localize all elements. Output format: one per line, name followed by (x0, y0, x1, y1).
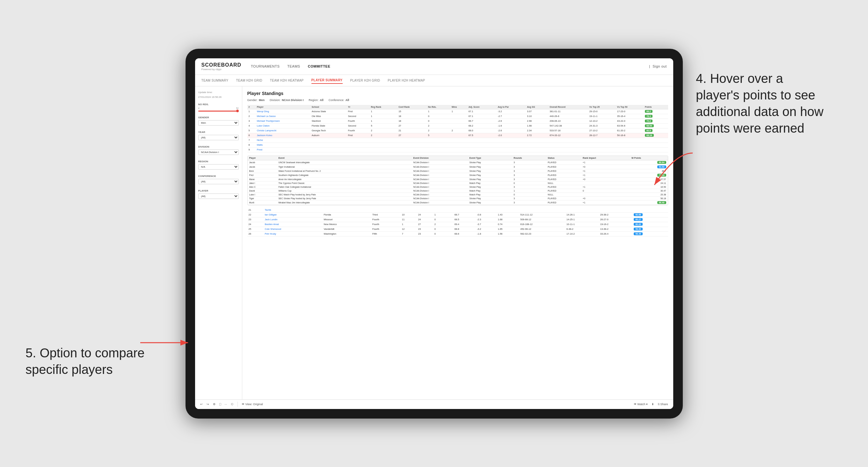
td-points[interactable]: 80.9 (644, 128, 668, 133)
toolbar-settings[interactable]: ⚙ (213, 403, 216, 406)
td-points[interactable]: 58.49 (632, 231, 668, 236)
points-badge[interactable]: 80.9 (645, 129, 652, 132)
td-player[interactable]: Bastien Amat (264, 222, 322, 227)
td-points[interactable] (644, 138, 668, 143)
nav-tournaments[interactable]: TOURNAMENTS (251, 63, 280, 69)
nav-committee[interactable]: COMMITTEE (308, 63, 331, 69)
tab-team-h2h-heatmap[interactable]: TEAM H2H HEATMAP (270, 77, 304, 84)
tooltip-points-badge[interactable]: 60.64 (657, 161, 666, 164)
td-player[interactable]: Ian Gilligan (264, 212, 322, 217)
sidebar-region-select[interactable]: N/A (198, 164, 239, 169)
toolbar-watch[interactable]: 👁 Watch ▾ (634, 403, 648, 406)
td-player[interactable]: Christo Lamprecht (256, 128, 310, 133)
td-school: Washington (322, 231, 371, 236)
tooltip-td-points[interactable]: 66.40 (630, 200, 668, 205)
td-points[interactable]: 68.18 (644, 133, 668, 138)
sidebar-division-select[interactable]: NCAA Division I (198, 150, 239, 155)
tooltip-td-points[interactable]: 53.60 (630, 164, 668, 169)
tooltip-td-points[interactable]: 24.11 (630, 181, 668, 185)
sidebar-no-rds-slider[interactable] (198, 111, 239, 112)
tooltip-td-points[interactable]: 73.33 (630, 173, 668, 177)
toolbar-copy[interactable]: ⎕ (219, 403, 221, 406)
tooltip-td-points[interactable]: 56.18 (630, 196, 668, 200)
tooltip-td-points[interactable]: 57.57 (630, 177, 668, 181)
nav-teams[interactable]: TEAMS (287, 63, 300, 69)
points-badge[interactable]: 88.2 (645, 110, 652, 113)
td-points[interactable]: 60.02 (632, 222, 668, 227)
toolbar-download[interactable]: ⬇ (652, 403, 654, 406)
tab-player-summary[interactable]: PLAYER SUMMARY (311, 77, 343, 84)
tooltip-td-points[interactable]: 25.38 (630, 192, 668, 196)
toolbar-redo[interactable]: ↪ (207, 403, 209, 406)
td-conf-rank: 23 (417, 227, 433, 231)
toolbar-extra[interactable]: ··· (225, 403, 227, 406)
tab-team-h2h-grid[interactable]: TEAM H2H GRID (236, 77, 262, 84)
toolbar-timer[interactable]: ⏲ (231, 403, 234, 406)
td-player[interactable]: Jack Lundin (264, 217, 322, 222)
points-badge[interactable]: 59.95 (634, 227, 643, 230)
sidebar-conference-select[interactable]: (All) (198, 179, 239, 184)
td-player[interactable]: Michael La Sasso (256, 114, 310, 119)
td-points[interactable] (644, 143, 668, 147)
tab-player-h2h-heatmap[interactable]: PLAYER H2H HEATMAP (388, 77, 425, 84)
points-badge[interactable]: 68.18 (645, 134, 654, 137)
tooltip-td-rounds: 3 (512, 200, 546, 205)
points-badge[interactable]: 76.3 (645, 115, 652, 118)
tooltip-points-badge[interactable]: 73.33 (657, 174, 666, 177)
td-player[interactable]: Michael Thorbjornsen (256, 119, 310, 123)
toolbar-undo[interactable]: ↩ (200, 403, 203, 406)
td-points[interactable] (632, 208, 668, 213)
tab-player-h2h-grid[interactable]: PLAYER H2H GRID (350, 77, 380, 84)
points-badge[interactable]: 70.2 (645, 120, 652, 122)
sidebar-gender-select[interactable]: Men (198, 120, 239, 126)
td-vs50: 43-22-0 (616, 119, 644, 123)
td-points[interactable]: 76.3 (644, 114, 668, 119)
tooltip-td-division: NCAA Division I (412, 160, 468, 164)
tooltip-points-badge[interactable]: 66.40 (657, 201, 666, 204)
td-no-rds (427, 143, 451, 147)
td-player[interactable]: Luke Claton (256, 123, 310, 128)
td-points[interactable]: 59.95 (632, 227, 668, 231)
sidebar-conference-section: Conference (All) (198, 175, 239, 185)
td-player[interactable]: Matts (256, 143, 310, 147)
toolbar-share[interactable]: ⎘ Share (658, 403, 668, 406)
toolbar-view[interactable]: 👁 View: Original (242, 403, 263, 406)
td-player[interactable]: Petr Hruby (264, 231, 322, 236)
tooltip-td-points[interactable]: 46.7 (630, 169, 668, 173)
td-no-rds: 0 (427, 114, 451, 119)
td-player[interactable]: Jackson Koivu (256, 133, 310, 138)
sidebar-gender-section: Gender Men (198, 116, 239, 126)
td-player[interactable]: Cole Sherwood (264, 227, 322, 231)
tooltip-td-points[interactable]: 30.47 (630, 189, 668, 192)
td-avg-sg: 1.98 (526, 123, 548, 128)
td-player[interactable]: Prest (256, 147, 310, 152)
td-yr: Fourth (347, 128, 370, 133)
td-yr: Fifth (371, 231, 401, 236)
td-points[interactable] (644, 147, 668, 152)
td-vs25: 27-10-2 (588, 128, 616, 133)
sidebar-player-select[interactable]: (All) (198, 193, 239, 199)
td-points[interactable]: 68.54 (644, 123, 668, 128)
tab-team-summary[interactable]: TEAM SUMMARY (202, 77, 228, 84)
td-points[interactable]: 60.68 (632, 212, 668, 217)
tooltip-td-points[interactable]: 60.64 (630, 160, 668, 164)
td-player[interactable]: Tachb (264, 208, 322, 213)
td-yr: Fourth (371, 227, 401, 231)
sign-out-button[interactable]: Sign out (652, 63, 666, 69)
tooltip-td-points[interactable]: 16.50 (630, 185, 668, 189)
td-points[interactable]: 70.2 (644, 119, 668, 123)
td-num: 8 (247, 143, 256, 147)
points-badge[interactable]: 68.54 (645, 124, 654, 127)
points-badge[interactable]: 58.49 (634, 232, 643, 235)
points-badge[interactable]: 60.68 (634, 213, 643, 216)
tooltip-points-badge[interactable]: 53.60 (657, 165, 666, 168)
points-badge[interactable]: 60.02 (634, 223, 643, 226)
td-adj-score: 68.8 (453, 227, 476, 231)
td-points[interactable]: 88.2 (644, 109, 668, 114)
td-player[interactable]: Wenyi Ding (256, 109, 310, 114)
td-player[interactable]: Niche (256, 138, 310, 143)
tablet-screen: SCOREBOARD Powered by clippi TOURNAMENTS… (195, 58, 673, 409)
points-badge[interactable]: 60.27 (634, 218, 643, 221)
sidebar-year-select[interactable]: (All) (198, 135, 239, 140)
td-points[interactable]: 60.27 (632, 217, 668, 222)
